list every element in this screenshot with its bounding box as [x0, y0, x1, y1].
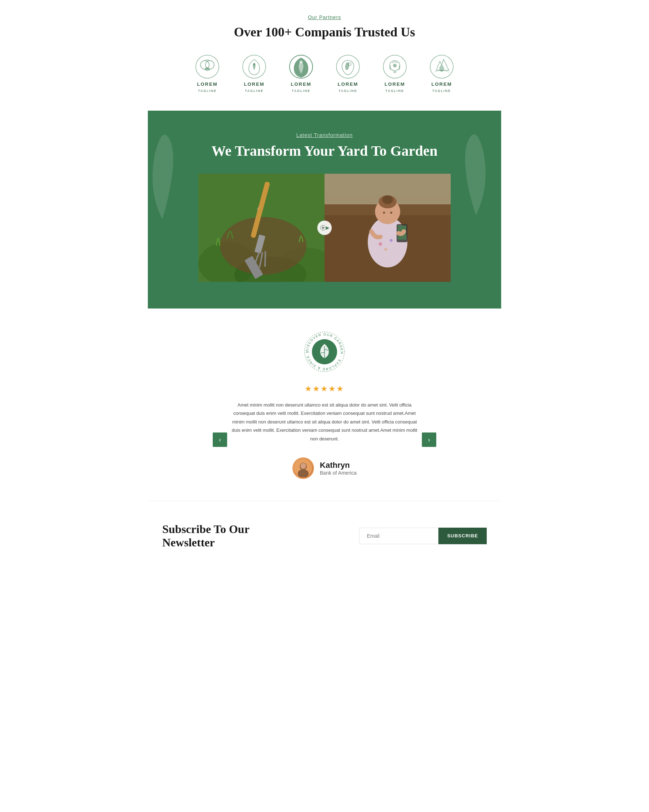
- svg-point-7: [299, 61, 302, 63]
- newsletter-title: Subscribe To Our Newsletter: [162, 523, 299, 549]
- partner-logo-icon-2: [241, 54, 267, 79]
- next-testimonial-button[interactable]: ›: [422, 432, 436, 447]
- reviewer-info: Kathryn Bank of America: [292, 457, 357, 479]
- svg-point-37: [379, 242, 382, 246]
- partner-logo-1: LOREM TAGLINE: [195, 54, 220, 93]
- partner-logo-icon-4: [335, 54, 360, 79]
- partners-label: Our Partners: [155, 14, 494, 20]
- partner-logo-icon-3: [289, 54, 314, 79]
- avatar-svg: [294, 459, 312, 477]
- child-garden-svg: [325, 174, 451, 282]
- partner-tagline-1: TAGLINE: [198, 89, 217, 93]
- svg-point-38: [390, 239, 392, 242]
- badge-svg: DISCOVER OUR GARDEN · EXPLORE & SINCE 19…: [303, 330, 346, 373]
- email-input[interactable]: [359, 528, 438, 544]
- svg-point-3: [205, 67, 210, 71]
- newsletter-section: Subscribe To Our Newsletter SUBSCRIBE: [148, 501, 501, 578]
- svg-point-33: [383, 212, 385, 214]
- partner-tagline-3: TAGLINE: [292, 89, 310, 93]
- partner-logo-6: LOREM TAGLINE: [429, 54, 454, 93]
- partner-name-3: LOREM: [291, 81, 312, 87]
- svg-point-34: [390, 212, 392, 214]
- before-garden-image: [198, 174, 325, 282]
- newsletter-form: SUBSCRIBE: [359, 528, 487, 544]
- partner-logo-icon-5: [382, 54, 408, 79]
- svg-point-0: [196, 55, 219, 78]
- reviewer-details: Kathryn Bank of America: [320, 461, 357, 476]
- testimonial-text: Amet minim mollit non deserunt ullamco e…: [231, 401, 418, 443]
- reviewer-name: Kathryn: [320, 461, 357, 470]
- transformation-title: We Transform Your Yard To Garden: [148, 142, 501, 159]
- transformation-section: Latest Transformation We Transform Your …: [148, 111, 501, 308]
- partners-section: Our Partners Over 100+ Companis Trusted …: [148, 0, 501, 111]
- partner-logo-2: LOREM TAGLINE: [241, 54, 267, 93]
- svg-point-32: [382, 195, 393, 204]
- partner-name-4: LOREM: [338, 81, 358, 87]
- logos-row: LOREM TAGLINE LOREM TAGLINE LOREM TAGL: [155, 54, 494, 93]
- partner-logo-icon-6: [429, 54, 454, 79]
- partner-name-6: LOREM: [432, 81, 452, 87]
- testimonial-section: DISCOVER OUR GARDEN · EXPLORE & SINCE 19…: [148, 308, 501, 501]
- after-garden-image: [325, 174, 451, 282]
- partner-tagline-4: TAGLINE: [339, 89, 357, 93]
- prev-testimonial-button[interactable]: ‹: [213, 432, 227, 447]
- partner-logo-3: LOREM TAGLINE: [289, 54, 314, 93]
- transformation-images: [198, 174, 451, 282]
- subscribe-button[interactable]: SUBSCRIBE: [438, 528, 487, 544]
- reviewer-avatar: [292, 457, 314, 479]
- partner-name-1: LOREM: [197, 81, 218, 87]
- discover-badge: DISCOVER OUR GARDEN · EXPLORE & SINCE 19…: [303, 330, 346, 373]
- split-view-button[interactable]: [317, 221, 332, 235]
- play-icon: [320, 225, 326, 230]
- partner-tagline-5: TAGLINE: [385, 89, 404, 93]
- svg-point-48: [300, 463, 306, 469]
- partner-name-2: LOREM: [244, 81, 265, 87]
- star-rating: ★★★★★: [155, 384, 494, 394]
- testimonial-navigation: ‹ Amet minim mollit non deserunt ullamco…: [213, 401, 436, 479]
- partner-logo-4: LOREM TAGLINE: [335, 54, 360, 93]
- svg-point-5: [253, 63, 255, 65]
- partner-logo-icon-1: [195, 54, 220, 79]
- svg-line-23: [265, 251, 266, 267]
- svg-point-39: [384, 248, 387, 251]
- garden-tool-svg: [198, 174, 325, 282]
- partners-title: Over 100+ Companis Trusted Us: [155, 24, 494, 40]
- testimonial-content: Amet minim mollit non deserunt ullamco e…: [227, 401, 422, 479]
- partner-tagline-2: TAGLINE: [245, 89, 264, 93]
- partner-logo-5: LOREM TAGLINE: [382, 54, 408, 93]
- svg-point-12: [393, 64, 397, 67]
- reviewer-company: Bank of America: [320, 470, 357, 476]
- svg-point-18: [220, 217, 307, 275]
- transformation-label: Latest Transformation: [148, 132, 501, 138]
- partner-name-5: LOREM: [385, 81, 405, 87]
- partner-tagline-6: TAGLINE: [432, 89, 451, 93]
- svg-marker-41: [322, 226, 325, 229]
